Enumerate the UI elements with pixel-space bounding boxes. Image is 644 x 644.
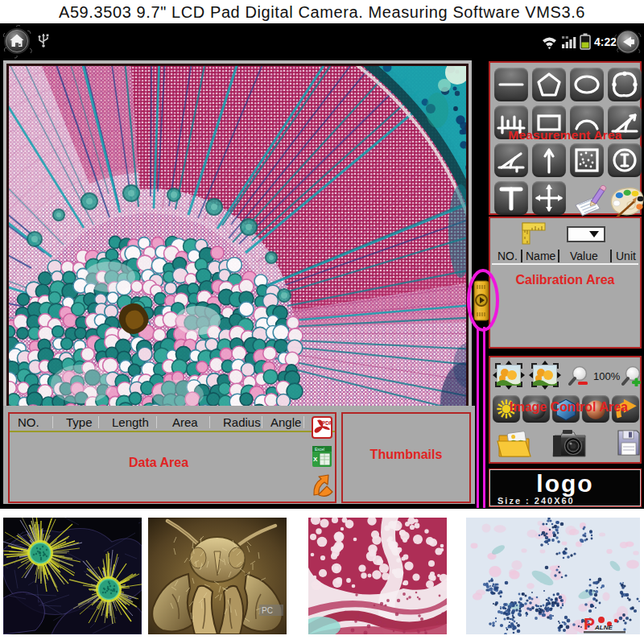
svg-text:4:22: 4:22 (594, 35, 617, 48)
svg-text:X: X (313, 456, 318, 463)
svg-text:P: P (584, 614, 595, 633)
svg-text:PDF: PDF (322, 420, 332, 426)
svg-text:PC: PC (262, 606, 273, 615)
svg-text:Excel: Excel (315, 447, 324, 452)
svg-text:ALNE: ALNE (594, 624, 613, 631)
